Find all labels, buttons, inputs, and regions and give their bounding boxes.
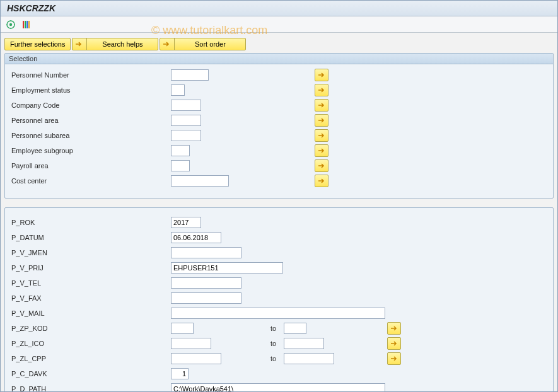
sort-order-label: Sort order xyxy=(180,40,240,48)
ccode-multiple-icon[interactable] xyxy=(315,99,328,112)
psub-input[interactable] xyxy=(171,130,201,141)
svg-rect-9 xyxy=(28,21,30,28)
parameters-panel: P_ROK P_DATUM P_V_JMEN P_V_PRIJ P_V_TEL … xyxy=(4,207,554,392)
esub-label: Employee subgroup xyxy=(10,147,171,154)
parea-label: Personnel area xyxy=(10,117,171,124)
p-zp-kod-high-input[interactable] xyxy=(284,323,306,334)
payroll-label: Payroll area xyxy=(10,162,171,170)
cost-multiple-icon[interactable] xyxy=(315,175,328,187)
p-zl-cpp-label: P_ZL_CPP xyxy=(10,355,171,362)
p-zl-cpp-high-input[interactable] xyxy=(284,353,334,364)
p-datum-label: P_DATUM xyxy=(10,234,171,241)
pernr-input[interactable] xyxy=(171,69,209,81)
p-v-jmen-label: P_V_JMEN xyxy=(10,249,171,257)
further-selections-label: Further selections xyxy=(10,40,65,48)
p-c-davk-label: P_C_DAVK xyxy=(10,370,171,378)
p-rok-label: P_ROK xyxy=(10,219,171,226)
p-v-mail-input[interactable] xyxy=(171,308,385,319)
content-area: Further selections Search helps Sort ord… xyxy=(1,33,557,392)
p-v-mail-label: P_V_MAIL xyxy=(10,309,171,317)
payroll-input[interactable] xyxy=(171,160,190,171)
p-v-jmen-input[interactable] xyxy=(171,247,241,258)
empstat-multiple-icon[interactable] xyxy=(315,84,328,96)
pernr-multiple-icon[interactable] xyxy=(315,69,328,81)
further-selections-button[interactable]: Further selections xyxy=(4,38,71,50)
psub-label: Personnel subarea xyxy=(10,132,171,139)
p-v-tel-input[interactable] xyxy=(171,277,241,289)
ccode-label: Company Code xyxy=(10,101,171,109)
p-v-tel-label: P_V_TEL xyxy=(10,279,171,287)
p-zl-ico-multiple-icon[interactable] xyxy=(387,337,401,350)
selection-header: Selection xyxy=(5,54,553,64)
to-label: to xyxy=(270,340,276,347)
selection-panel: Selection Personnel Number Employment st… xyxy=(4,53,554,199)
empstat-input[interactable] xyxy=(171,84,185,96)
svg-rect-6 xyxy=(23,21,24,28)
to-label: to xyxy=(270,325,276,332)
svg-rect-7 xyxy=(25,21,26,28)
p-d-path-input[interactable] xyxy=(171,383,385,392)
p-zp-kod-low-input[interactable] xyxy=(171,323,194,334)
to-label: to xyxy=(270,355,276,362)
p-c-davk-input[interactable] xyxy=(171,368,189,379)
search-helps-button[interactable]: Search helps xyxy=(72,38,158,50)
arrow-right-icon xyxy=(75,38,87,50)
parea-multiple-icon[interactable] xyxy=(315,114,328,127)
pernr-label: Personnel Number xyxy=(10,71,171,79)
p-zp-kod-multiple-icon[interactable] xyxy=(387,322,401,335)
p-zl-cpp-low-input[interactable] xyxy=(171,353,221,364)
p-v-prij-input[interactable] xyxy=(171,262,283,274)
empstat-label: Employment status xyxy=(10,86,171,94)
psub-multiple-icon[interactable] xyxy=(315,129,328,142)
p-zl-ico-low-input[interactable] xyxy=(171,338,211,349)
p-zl-ico-label: P_ZL_ICO xyxy=(10,340,171,347)
p-v-prij-label: P_V_PRIJ xyxy=(10,264,171,272)
cost-input[interactable] xyxy=(171,175,229,187)
search-helps-label: Search helps xyxy=(92,40,153,48)
window-title: HSKCRZZK xyxy=(1,1,557,16)
action-button-row: Further selections Search helps Sort ord… xyxy=(4,38,554,50)
ccode-input[interactable] xyxy=(171,100,201,111)
execute-icon[interactable] xyxy=(6,20,16,30)
cost-label: Cost center xyxy=(10,177,171,185)
p-datum-input[interactable] xyxy=(171,232,221,243)
p-zl-cpp-multiple-icon[interactable] xyxy=(387,352,401,365)
p-d-path-label: P_D_PATH xyxy=(10,385,171,392)
p-zl-ico-high-input[interactable] xyxy=(284,338,324,349)
esub-multiple-icon[interactable] xyxy=(315,144,328,157)
app-toolbar xyxy=(1,16,557,33)
sort-order-button[interactable]: Sort order xyxy=(160,38,246,50)
parea-input[interactable] xyxy=(171,115,201,126)
arrow-right-icon xyxy=(163,38,175,50)
p-rok-input[interactable] xyxy=(171,217,201,228)
esub-input[interactable] xyxy=(171,145,190,156)
p-zp-kod-label: P_ZP_KOD xyxy=(10,325,171,332)
svg-rect-8 xyxy=(26,21,28,28)
payroll-multiple-icon[interactable] xyxy=(315,159,328,172)
p-v-fax-label: P_V_FAX xyxy=(10,294,171,302)
p-v-fax-input[interactable] xyxy=(171,292,241,304)
variant-icon[interactable] xyxy=(21,20,31,30)
svg-point-1 xyxy=(9,23,12,25)
